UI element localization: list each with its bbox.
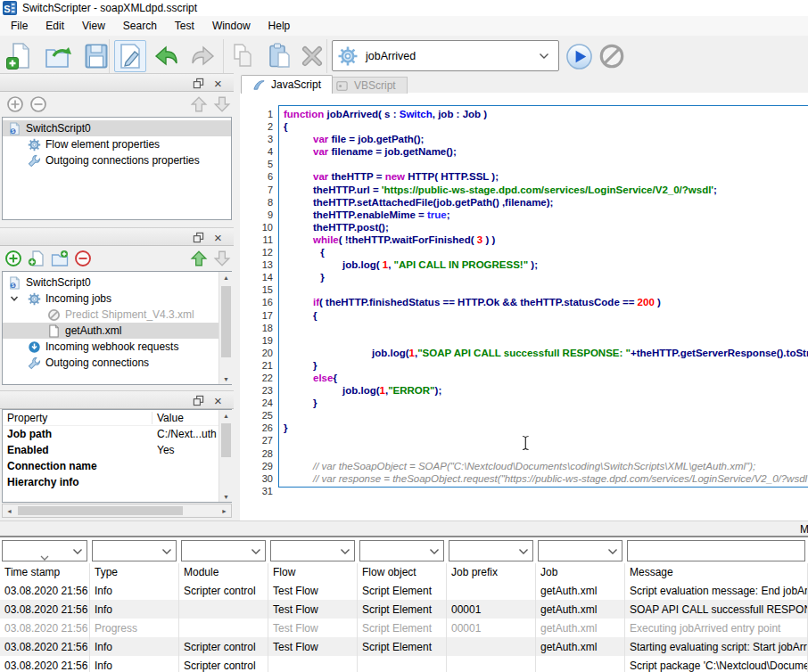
scroll-left-arrow[interactable]: ◄ [3, 505, 16, 516]
document-icon [47, 324, 61, 338]
scroll-up-arrow[interactable]: ▲ [219, 410, 233, 421]
add-declaration-button[interactable] [5, 94, 25, 114]
add-fixture-folder-button[interactable] [50, 249, 70, 268]
message-row[interactable]: 03.08.2020 21:56InfoScripter controlTest… [0, 581, 808, 600]
panel-float-button[interactable] [192, 77, 205, 90]
property-row-job-path[interactable]: Job pathC:/Next...uth [3, 426, 231, 442]
column-header-time-stamp[interactable]: Time stamp [0, 563, 90, 581]
menu-window[interactable]: Window [203, 17, 260, 35]
scroll-up-arrow[interactable]: ▲ [219, 272, 233, 283]
code-token: ; [713, 184, 717, 195]
menu-search[interactable]: Search [114, 17, 166, 35]
scroll-down-arrow[interactable]: ▼ [219, 491, 233, 502]
menu-help[interactable]: Help [260, 17, 300, 35]
scroll-thumb[interactable] [221, 286, 231, 357]
declaration-item-outgoing-connections-properties[interactable]: Outgoing connections properties [3, 152, 231, 168]
line-number: 1 [241, 108, 273, 120]
filter-select-job[interactable] [538, 540, 622, 561]
scroll-down-arrow[interactable]: ▼ [219, 373, 233, 384]
fixture-scrollbar[interactable]: ▲▼ [218, 272, 232, 384]
message-cell: Info [90, 637, 179, 656]
panel-close-button[interactable]: × [211, 77, 225, 90]
property-row-hierarchy-info[interactable]: Hierarchy info [3, 474, 231, 490]
fixture-item-switchscript0[interactable]: $SwitchScript0 [3, 275, 231, 291]
remove-declaration-button[interactable] [29, 94, 48, 114]
panel-float-button[interactable] [192, 394, 205, 407]
message-row[interactable]: 03.08.2020 21:56InfoScripter controlScri… [0, 656, 808, 672]
copy-button[interactable] [227, 40, 259, 72]
scroll-thumb[interactable] [221, 423, 231, 457]
code-token: // var theSoapObject = SOAP("C:\Nextclou… [313, 461, 755, 471]
line-number: 23 [241, 384, 273, 397]
declaration-item-flow-element-properties[interactable]: Flow element properties [3, 136, 231, 152]
panel-close-button[interactable]: × [211, 394, 225, 407]
code-token: ( theHTTP.finishedStatus == HTTP.Ok && t… [319, 297, 638, 307]
panel-close-button[interactable]: × [211, 231, 225, 244]
menu-edit[interactable]: Edit [37, 17, 73, 35]
properties-hscrollbar[interactable]: ◄► [2, 504, 232, 518]
properties-scrollbar[interactable]: ▲▼ [218, 410, 232, 502]
save-script-button[interactable] [80, 40, 112, 72]
column-header-flow-object[interactable]: Flow object [358, 563, 447, 581]
fixture-item-incoming-jobs[interactable]: Incoming jobs [3, 291, 231, 307]
message-cell: getAuth.xml [536, 600, 625, 619]
line-number: 4 [241, 145, 273, 158]
column-header-job[interactable]: Job [536, 563, 625, 581]
panel-float-button[interactable] [192, 231, 205, 244]
run-button[interactable] [563, 40, 595, 72]
menu-file[interactable]: File [2, 17, 37, 35]
column-header-flow[interactable]: Flow [268, 563, 358, 581]
delete-button[interactable] [296, 40, 328, 72]
move-up-button[interactable] [189, 249, 209, 268]
filter-select-message[interactable] [627, 540, 805, 561]
filter-select-flow-object[interactable] [359, 540, 444, 561]
message-row[interactable]: 03.08.2020 21:56InfoTest FlowScript Elem… [0, 600, 808, 619]
scroll-right-arrow[interactable]: ► [218, 505, 231, 516]
filter-select-flow[interactable] [270, 540, 355, 561]
message-cell: Scripter control [179, 656, 268, 672]
entry-point-select[interactable]: jobArrived [332, 40, 559, 71]
message-row[interactable]: 03.08.2020 21:56InfoScripter controlTest… [0, 637, 808, 656]
declaration-item-switchscript0[interactable]: $SwitchScript0 [3, 120, 231, 136]
filter-select-type[interactable] [92, 540, 177, 561]
remove-fixture-button[interactable] [73, 249, 93, 268]
line-number: 31 [241, 485, 273, 497]
message-row[interactable]: 03.08.2020 21:56ProgressTest FlowScript … [0, 619, 808, 637]
stop-button[interactable] [596, 40, 628, 72]
entry-point-value: jobArrived [366, 50, 539, 62]
move-down-button[interactable] [212, 94, 232, 114]
paste-button[interactable] [264, 40, 296, 72]
column-header-message[interactable]: Message [625, 563, 808, 581]
add-fixture-file-button[interactable] [27, 249, 46, 268]
script-document-icon: $ [8, 276, 21, 290]
filter-select-module[interactable] [181, 540, 266, 561]
column-header-type[interactable]: Type [90, 563, 179, 581]
fixture-item-predict-shipment-v4-3-xml[interactable]: Predict Shipment_V4.3.xml [3, 307, 231, 323]
open-script-button[interactable] [43, 40, 75, 72]
tree-item-label: Outgoing connections [45, 356, 149, 369]
scroll-thumb[interactable] [18, 506, 183, 515]
tab-javascript[interactable]: JavaScript [241, 75, 333, 94]
property-row-connection-name[interactable]: Connection name [3, 458, 231, 474]
tab-vbscript[interactable]: VBScript [324, 77, 408, 94]
menu-test[interactable]: Test [166, 17, 203, 35]
column-header-job-prefix[interactable]: Job prefix [447, 563, 536, 581]
new-script-button[interactable] [4, 40, 36, 72]
redo-button[interactable] [187, 40, 219, 72]
undo-button[interactable] [150, 40, 182, 72]
add-fixture-button[interactable] [4, 249, 23, 268]
move-up-button[interactable] [189, 94, 209, 114]
column-header-module[interactable]: Module [179, 563, 268, 581]
delete-icon [298, 42, 326, 70]
fixture-item-outgoing-connections[interactable]: Outgoing connections [3, 355, 231, 371]
edit-script-button[interactable] [114, 40, 146, 72]
property-row-enabled[interactable]: EnabledYes [3, 442, 231, 458]
fixture-item-incoming-webhook-requests[interactable]: Incoming webhook requests [3, 339, 231, 355]
wrench-icon [28, 356, 41, 370]
filter-select-job-prefix[interactable] [449, 540, 533, 561]
menu-view[interactable]: View [73, 17, 114, 35]
code-token: } [284, 422, 287, 433]
fixture-item-getauth-xml[interactable]: getAuth.xml [3, 323, 231, 339]
code-line-1: function jobArrived( s : Switch, job : J… [284, 108, 808, 120]
move-down-button[interactable] [212, 249, 232, 268]
